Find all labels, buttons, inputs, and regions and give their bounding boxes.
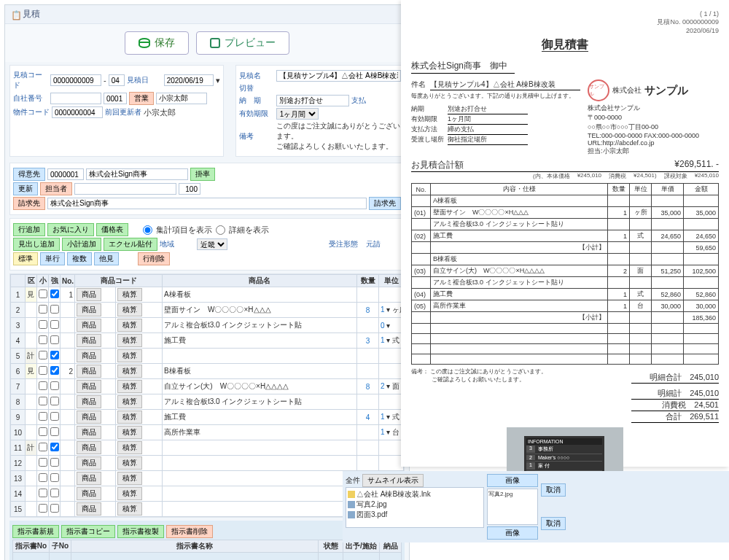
row-check[interactable] — [39, 351, 47, 359]
est-button[interactable]: 積算 — [117, 319, 142, 332]
row-check[interactable] — [39, 335, 47, 344]
subtotal-add-button[interactable]: 小計追加 — [62, 238, 101, 251]
est-button[interactable]: 積算 — [117, 365, 142, 378]
list-item[interactable]: △会社 A棟B棟改装.lnk — [348, 489, 482, 499]
table-row[interactable]: 7商品積算自立サイン(大) W〇〇〇〇×H△△△△82 ▾ 面 — [11, 379, 404, 394]
sales-name-input[interactable] — [156, 93, 207, 104]
obj-code-input[interactable] — [52, 106, 103, 118]
item-button[interactable]: 商品 — [77, 411, 101, 424]
table-row[interactable]: 4商品積算施工費31 ▾ 式 — [11, 333, 404, 349]
row-add-button[interactable]: 行追加 — [13, 223, 45, 236]
est-button[interactable]: 積算 — [117, 472, 142, 485]
row-check[interactable] — [39, 366, 47, 375]
est-name-input[interactable] — [276, 70, 401, 82]
est-button[interactable]: 積算 — [117, 380, 142, 393]
row-check[interactable] — [39, 458, 47, 467]
item-button[interactable]: 商品 — [77, 426, 101, 439]
row-check[interactable] — [39, 397, 47, 405]
tantou-button[interactable]: 担当者 — [40, 182, 72, 195]
row-check2[interactable] — [50, 412, 59, 421]
customer-button[interactable]: 得意先 — [13, 168, 45, 181]
est-sub-input[interactable] — [109, 74, 125, 86]
item-button[interactable]: 商品 — [77, 441, 101, 454]
instr-dup-button[interactable]: 指示書複製 — [117, 525, 164, 538]
row-check2[interactable] — [50, 504, 59, 513]
cancel-button-1[interactable]: 取消 — [541, 483, 566, 497]
excel-paste-button[interactable]: エクセル貼付 — [104, 238, 157, 251]
rate-button[interactable]: 掛率 — [190, 168, 215, 181]
row-check[interactable] — [39, 489, 47, 497]
table-row[interactable]: 12商品積算 — [11, 456, 404, 471]
billto-sel-button[interactable]: 請求先 — [369, 197, 401, 210]
instr-del-button[interactable]: 指示書削除 — [166, 525, 213, 538]
est-button[interactable]: 積算 — [117, 349, 142, 362]
valid-select[interactable]: 1ヶ月間 — [276, 108, 319, 120]
favorite-button[interactable]: お気に入り — [47, 223, 94, 236]
item-button[interactable]: 商品 — [77, 365, 101, 378]
est-button[interactable]: 積算 — [117, 395, 142, 408]
table-row[interactable]: 9商品積算施工費41 ▾ 式 — [11, 410, 404, 425]
est-button[interactable]: 積算 — [117, 426, 142, 439]
row-check[interactable] — [39, 473, 47, 482]
single-button[interactable]: 単行 — [40, 252, 65, 265]
del-row-button[interactable]: 行削除 — [138, 252, 170, 265]
item-button[interactable]: 商品 — [77, 288, 101, 301]
row-check[interactable] — [39, 289, 47, 298]
dropdown-icon[interactable]: ▾ — [216, 76, 220, 85]
row-check2[interactable] — [50, 427, 59, 436]
deliv-input[interactable] — [276, 95, 349, 106]
row-check2[interactable] — [50, 473, 59, 482]
table-row[interactable]: 11計商品積算 — [11, 440, 404, 456]
item-button[interactable]: 商品 — [77, 349, 101, 362]
item-button[interactable]: 商品 — [77, 502, 101, 516]
multi-button[interactable]: 複数 — [67, 252, 92, 265]
row-check[interactable] — [39, 427, 47, 436]
est-button[interactable]: 積算 — [117, 456, 142, 470]
other-est-button[interactable]: 他見 — [94, 252, 119, 265]
est-button[interactable]: 積算 — [117, 288, 142, 301]
instr-new-button[interactable]: 指示書新規 — [12, 525, 59, 538]
item-button[interactable]: 商品 — [77, 472, 101, 485]
instr-copy-button[interactable]: 指示書コピー — [61, 525, 115, 538]
table-row[interactable]: 8商品積算アルミ複合板t3.0 インクジェットシート貼 — [11, 394, 404, 410]
customer-name-input[interactable] — [86, 168, 188, 180]
table-row[interactable]: 1見1商品積算A棟看板 — [11, 287, 404, 303]
est-button[interactable]: 積算 — [117, 502, 142, 516]
item-button[interactable]: 商品 — [77, 487, 101, 500]
est-button[interactable]: 積算 — [117, 487, 142, 500]
list-item[interactable]: 図面3.pdf — [348, 510, 482, 520]
item-button[interactable]: 商品 — [77, 380, 101, 393]
table-row[interactable]: 6見2商品積算B棟看板 — [11, 364, 404, 379]
row-check2[interactable] — [50, 489, 59, 497]
item-button[interactable]: 商品 — [77, 456, 101, 470]
item-button[interactable]: 商品 — [77, 303, 101, 316]
table-row[interactable]: 5計商品積算 — [11, 349, 404, 364]
list-item[interactable]: 写真2.jpg — [348, 499, 482, 510]
row-check2[interactable] — [50, 335, 59, 344]
cancel-button-2[interactable]: 取消 — [541, 517, 566, 530]
item-button[interactable]: 商品 — [77, 319, 101, 332]
row-check[interactable] — [39, 381, 47, 390]
table-row[interactable]: 10商品積算高所作業車1 ▾ 台 — [11, 425, 404, 440]
heading-add-button[interactable]: 見出し追加 — [13, 238, 60, 251]
item-button[interactable]: 商品 — [77, 395, 101, 408]
table-row[interactable]: 3商品積算アルミ複合板t3.0 インクジェットシート貼0 ▾ — [11, 318, 404, 333]
row-check2[interactable] — [50, 366, 59, 375]
row-check[interactable] — [39, 504, 47, 513]
est-button[interactable]: 積算 — [117, 303, 142, 316]
row-check2[interactable] — [50, 351, 59, 359]
image-button-2[interactable]: 画像 — [487, 526, 538, 540]
est-date-input[interactable] — [164, 74, 214, 86]
tantou-val-input[interactable] — [179, 183, 200, 195]
row-check2[interactable] — [50, 381, 59, 390]
row-check2[interactable] — [50, 458, 59, 467]
row-check[interactable] — [39, 412, 47, 421]
billto-button[interactable]: 請求先 — [13, 197, 45, 210]
row-check[interactable] — [39, 305, 47, 314]
price-button[interactable]: 価格表 — [96, 223, 128, 236]
radio-detail[interactable] — [216, 225, 225, 235]
est-button[interactable]: 積算 — [117, 441, 142, 454]
row-check2[interactable] — [50, 305, 59, 314]
update-button[interactable]: 更新 — [13, 182, 38, 195]
thumb-button[interactable]: サムネイル表示 — [362, 474, 424, 487]
